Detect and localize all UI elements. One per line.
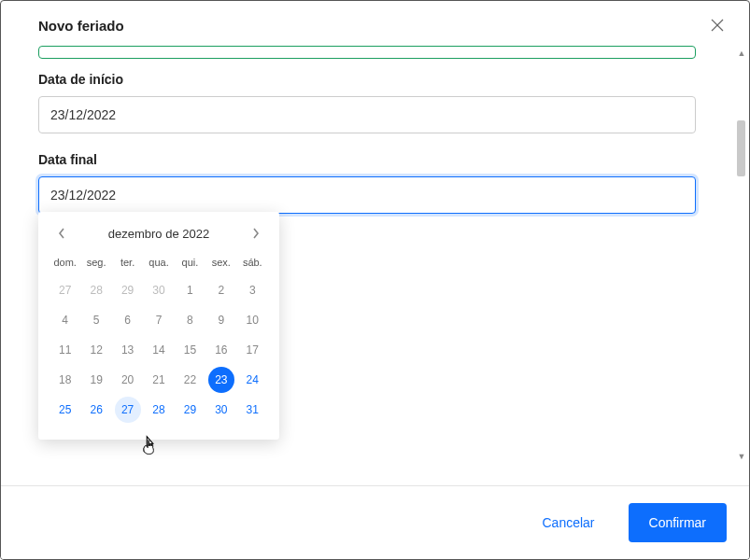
datepicker-day[interactable]: 8 [175, 305, 205, 335]
datepicker-day[interactable]: 28 [80, 275, 111, 305]
datepicker-day[interactable]: 27 [112, 395, 143, 425]
datepicker-grid: dom.seg.ter.qua.qui.sex.sáb.272829301234… [50, 253, 268, 425]
datepicker-day[interactable]: 30 [205, 395, 236, 425]
scroll-down-arrow[interactable]: ▼ [736, 451, 747, 462]
datepicker-day[interactable]: 27 [50, 275, 80, 305]
datepicker-day[interactable]: 15 [175, 335, 205, 365]
datepicker-day[interactable]: 22 [175, 365, 205, 395]
datepicker-day[interactable]: 28 [143, 395, 174, 425]
datepicker-dow: sáb. [237, 253, 268, 275]
datepicker-day[interactable]: 29 [112, 275, 143, 305]
datepicker-day[interactable]: 2 [205, 275, 236, 305]
end-date-label: Data final [38, 152, 712, 167]
datepicker-day[interactable]: 16 [205, 335, 236, 365]
start-date-label: Data de início [38, 72, 712, 87]
datepicker-day[interactable]: 21 [143, 365, 174, 395]
datepicker-dow: dom. [50, 253, 80, 275]
scroll-thumb[interactable] [737, 120, 745, 176]
datepicker-day[interactable]: 23 [205, 365, 236, 395]
datepicker-day[interactable]: 17 [237, 335, 268, 365]
confirm-button[interactable]: Confirmar [629, 503, 727, 542]
end-date-input[interactable] [38, 176, 696, 214]
datepicker-day[interactable]: 29 [175, 395, 205, 425]
cancel-button[interactable]: Cancelar [522, 503, 616, 542]
datepicker-day[interactable]: 12 [80, 335, 111, 365]
close-button[interactable] [708, 16, 727, 35]
datepicker-day[interactable]: 10 [237, 305, 268, 335]
scrollbar[interactable]: ▲ ▼ [734, 46, 747, 464]
scroll-up-arrow[interactable]: ▲ [736, 48, 747, 59]
modal-header: Novo feriado [1, 1, 749, 46]
modal-body: Data de início Data final dezembro de 20… [1, 46, 749, 464]
datepicker-day[interactable]: 3 [237, 275, 268, 305]
datepicker-day[interactable]: 4 [50, 305, 80, 335]
datepicker-dow: seg. [80, 253, 111, 275]
datepicker-day[interactable]: 31 [237, 395, 268, 425]
datepicker-day[interactable]: 18 [50, 365, 80, 395]
datepicker-dow: qua. [143, 253, 174, 275]
datepicker-day[interactable]: 20 [112, 365, 143, 395]
modal-title: Novo feriado [38, 18, 124, 34]
datepicker-day[interactable]: 13 [112, 335, 143, 365]
datepicker-day[interactable]: 26 [80, 395, 111, 425]
datepicker-dow: ter. [112, 253, 143, 275]
datepicker-day[interactable]: 7 [143, 305, 174, 335]
datepicker-day[interactable]: 6 [112, 305, 143, 335]
datepicker-day[interactable]: 19 [80, 365, 111, 395]
datepicker-dow: sex. [205, 253, 236, 275]
datepicker-dow: qui. [175, 253, 205, 275]
datepicker-day[interactable]: 14 [143, 335, 174, 365]
datepicker-header: dezembro de 2022 [50, 225, 268, 242]
datepicker-popup: dezembro de 2022 dom.seg.ter.qua.qui.sex… [38, 212, 279, 440]
datepicker-day[interactable]: 30 [143, 275, 174, 305]
datepicker-day[interactable]: 1 [175, 275, 205, 305]
close-icon [711, 19, 724, 32]
datepicker-day[interactable]: 9 [205, 305, 236, 335]
datepicker-day[interactable]: 5 [80, 305, 111, 335]
start-date-input[interactable] [38, 96, 696, 133]
datepicker-day[interactable]: 24 [237, 365, 268, 395]
chevron-left-icon [58, 228, 65, 239]
previous-field-outline [38, 46, 696, 59]
next-month-button[interactable] [248, 225, 264, 242]
modal-footer: Cancelar Confirmar [1, 485, 749, 559]
chevron-right-icon [252, 228, 260, 239]
datepicker-day[interactable]: 25 [50, 395, 80, 425]
prev-month-button[interactable] [53, 225, 70, 242]
datepicker-day[interactable]: 11 [50, 335, 80, 365]
datepicker-month-label: dezembro de 2022 [108, 227, 209, 241]
